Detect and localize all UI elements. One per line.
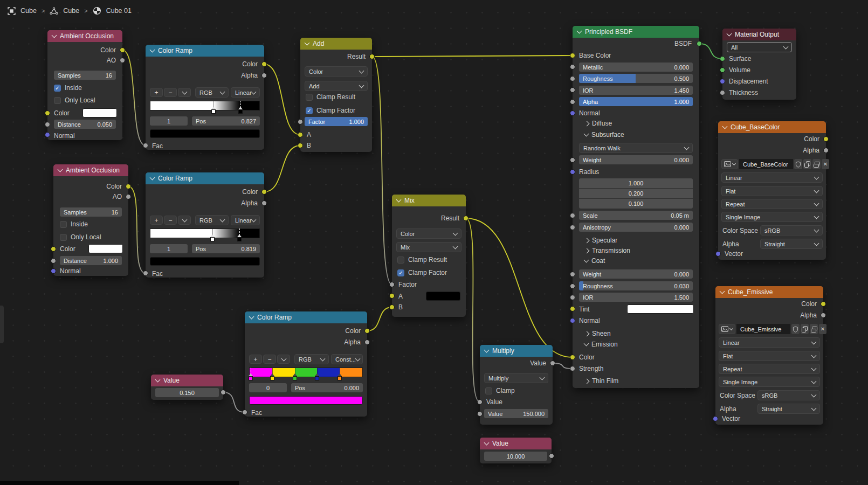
clamp-result-checkbox[interactable]: ✓ (306, 94, 313, 101)
node-header[interactable]: Principled BSDF (573, 26, 699, 38)
alpha-mode-dropdown[interactable]: Straight (760, 239, 823, 249)
socket-output-alpha[interactable] (261, 73, 267, 78)
color-mode-dropdown[interactable]: RGB (195, 215, 229, 225)
socket-input-normal[interactable] (570, 110, 575, 116)
collapse-chevron-icon[interactable] (396, 197, 402, 203)
socket-input-displacement[interactable] (720, 79, 725, 84)
socket-output-color[interactable] (364, 328, 370, 334)
open-image-button[interactable] (812, 159, 821, 169)
socket-output-bsdf[interactable] (697, 41, 702, 46)
node-add[interactable]: Add Result Color Add ✓Clamp Result ✓Clam… (300, 38, 372, 152)
node-value-2[interactable]: Value 10.000 (480, 438, 552, 463)
stop-position-slider[interactable]: Pos0.827 (192, 116, 260, 126)
panel-transmission[interactable]: Transmission (584, 246, 630, 255)
socket-output-ao[interactable] (126, 194, 131, 199)
interpolation-dropdown[interactable]: Linear (721, 172, 823, 183)
color-space-dropdown[interactable]: sRGB (760, 225, 823, 235)
open-image-button[interactable] (810, 324, 818, 334)
socket-output-alpha[interactable] (821, 313, 826, 318)
socket-input-fac[interactable] (242, 410, 247, 415)
socket-input-radius[interactable] (570, 169, 575, 175)
node-header[interactable]: Value (151, 375, 223, 386)
socket-input-anisotropy[interactable] (570, 225, 575, 230)
socket-input-coat-tint[interactable] (570, 306, 575, 311)
socket-output-color[interactable] (823, 136, 829, 142)
color-ramp-gradient[interactable] (249, 368, 363, 377)
new-image-button[interactable] (801, 324, 809, 334)
socket-input-normal[interactable] (45, 132, 50, 137)
stop-color-swatch[interactable] (150, 129, 260, 138)
image-browse-button[interactable] (721, 159, 738, 169)
socket-input-metallic[interactable] (570, 64, 575, 70)
breadcrumb-scene[interactable]: Cube (20, 7, 37, 15)
extension-dropdown[interactable]: Repeat (719, 364, 820, 374)
add-stop-button[interactable]: + (150, 216, 163, 225)
socket-output-value[interactable] (550, 361, 555, 366)
socket-input-alpha[interactable] (570, 99, 575, 105)
node-value-1[interactable]: Value 0.150 (151, 375, 223, 400)
node-header[interactable]: Value (480, 438, 552, 449)
socket-input-color[interactable] (51, 246, 56, 252)
node-principled-bsdf[interactable]: Principled BSDF BSDF Base Color Metallic… (573, 26, 699, 388)
panel-subsurface[interactable]: Subsurface (584, 130, 624, 139)
new-image-button[interactable] (803, 159, 811, 169)
socket-input-coat-normal[interactable] (570, 318, 575, 323)
coat-weight-slider[interactable]: Weight0.000 (579, 269, 693, 279)
socket-output-color[interactable] (120, 47, 125, 53)
subsurface-weight-slider[interactable]: Weight0.000 (579, 155, 693, 164)
value2-slider[interactable]: Value150.000 (484, 409, 548, 418)
alpha-mode-dropdown[interactable]: Straight (757, 404, 820, 414)
operation-dropdown[interactable]: Add (305, 81, 368, 91)
color-swatch[interactable] (88, 244, 123, 253)
socket-input-coat-ior[interactable] (570, 295, 575, 300)
color-ramp-gradient[interactable] (150, 101, 260, 110)
roughness-slider[interactable]: Roughness0.500 (579, 74, 693, 83)
interpolation-dropdown[interactable]: Linear (719, 337, 820, 348)
inside-checkbox[interactable]: ✓ (60, 221, 67, 228)
node-multiply[interactable]: Multiply Value Multiply ✓Clamp Value Val… (480, 345, 553, 425)
a-color-swatch[interactable] (426, 292, 460, 301)
collapse-chevron-icon[interactable] (720, 289, 725, 294)
panel-diffuse[interactable]: Diffuse (584, 119, 612, 128)
image-name-field[interactable]: Cube_BaseColor (739, 159, 793, 169)
distance-slider[interactable]: Distance0.050 (54, 120, 116, 129)
collapse-chevron-icon[interactable] (484, 440, 490, 446)
radius-x-field[interactable]: 1.000 (579, 178, 693, 188)
add-stop-button[interactable]: + (150, 88, 163, 97)
socket-input-distance[interactable] (45, 122, 50, 127)
clamp-factor-checkbox[interactable]: ✓ (306, 107, 313, 114)
socket-input-b[interactable] (298, 143, 303, 148)
socket-input-scale[interactable] (570, 213, 575, 218)
unlink-image-button[interactable]: ✕ (819, 324, 826, 334)
socket-output-value[interactable] (221, 390, 226, 395)
socket-input-fac[interactable] (143, 271, 148, 276)
subsurface-method-dropdown[interactable]: Random Walk (579, 143, 693, 153)
scale-slider[interactable]: Scale0.05 m (579, 211, 693, 220)
ramp-options-button[interactable] (277, 355, 290, 364)
collapse-chevron-icon[interactable] (305, 40, 310, 46)
metallic-slider[interactable]: Metallic0.000 (579, 63, 693, 72)
collapse-chevron-icon[interactable] (722, 124, 728, 129)
radius-y-field[interactable]: 0.200 (579, 189, 693, 198)
source-dropdown[interactable]: Single Image (719, 377, 820, 387)
socket-output-result[interactable] (369, 54, 375, 59)
socket-input-fac[interactable] (143, 143, 148, 148)
inside-checkbox[interactable]: ✓ (54, 85, 61, 92)
panel-emission[interactable]: Emission (584, 340, 618, 349)
breadcrumb-material[interactable]: Cube 01 (106, 7, 132, 15)
socket-output-value[interactable] (549, 453, 554, 459)
socket-input-ior[interactable] (570, 87, 575, 93)
stop-index-field[interactable]: 1 (150, 244, 188, 253)
node-ambient-occlusion-1[interactable]: Ambient Occlusion Color AO Samples16 ✓In… (47, 30, 122, 140)
extension-dropdown[interactable]: Repeat (721, 199, 823, 209)
socket-input-volume[interactable] (720, 67, 725, 73)
panel-coat[interactable]: Coat (584, 257, 605, 265)
node-header[interactable]: Multiply (480, 345, 553, 357)
node-header[interactable]: Material Output (722, 29, 796, 40)
interpolation-dropdown[interactable]: Linear (231, 87, 260, 98)
clamp-result-checkbox[interactable]: ✓ (397, 257, 404, 264)
collapse-chevron-icon[interactable] (249, 314, 254, 320)
clamp-checkbox[interactable]: ✓ (485, 387, 492, 394)
only-local-checkbox[interactable]: ✓ (60, 234, 67, 241)
collapse-chevron-icon[interactable] (52, 33, 57, 38)
